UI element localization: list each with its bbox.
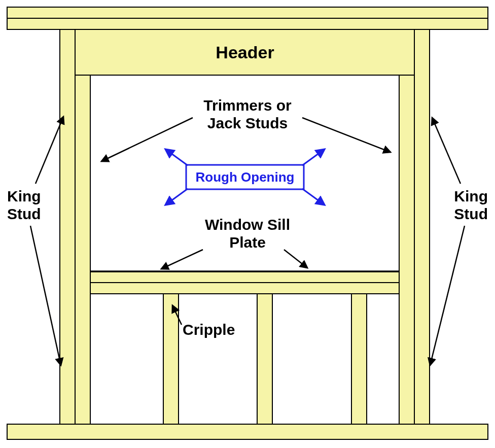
arrow-sill-right [284, 250, 307, 268]
rough-opening-label: Rough Opening [196, 169, 295, 185]
sill-plate-upper [90, 271, 399, 283]
arrow-trimmers-right [302, 118, 391, 152]
arrow-rough-tl [165, 149, 188, 165]
arrow-trimmers-left [101, 118, 193, 161]
sill-label-line2: Plate [229, 234, 266, 251]
arrow-king-left-up [36, 117, 63, 184]
sill-label-line1: Window Sill [205, 216, 290, 233]
king-stud-left [60, 29, 75, 424]
arrow-king-right-up [432, 118, 461, 184]
arrow-king-left-down [30, 226, 61, 365]
arrow-rough-tr [302, 149, 325, 165]
arrow-rough-bl [165, 189, 188, 205]
king-stud-left-label-line1: King [7, 188, 41, 204]
king-stud-right [414, 29, 430, 424]
top-plate-upper [7, 7, 488, 18]
jack-stud-left [75, 75, 90, 424]
trimmers-label-line1: Trimmers or [203, 97, 292, 114]
cripple-stud-2 [257, 294, 272, 424]
arrow-king-right-down [430, 226, 465, 365]
king-stud-left-label-line2: Stud [7, 205, 41, 222]
top-plate-lower [7, 18, 488, 29]
jack-stud-right [399, 75, 414, 424]
cripple-stud-3 [351, 294, 367, 424]
king-stud-right-label-line2: Stud [454, 205, 488, 222]
king-stud-right-label-line1: King [454, 188, 488, 204]
header-label: Header [216, 43, 274, 62]
arrow-rough-br [302, 189, 325, 205]
arrow-sill-left [161, 250, 203, 269]
bottom-plate [7, 424, 488, 439]
cripple-label: Cripple [183, 321, 235, 338]
sill-plate-lower [90, 283, 399, 294]
trimmers-label-line2: Jack Studs [207, 115, 288, 131]
